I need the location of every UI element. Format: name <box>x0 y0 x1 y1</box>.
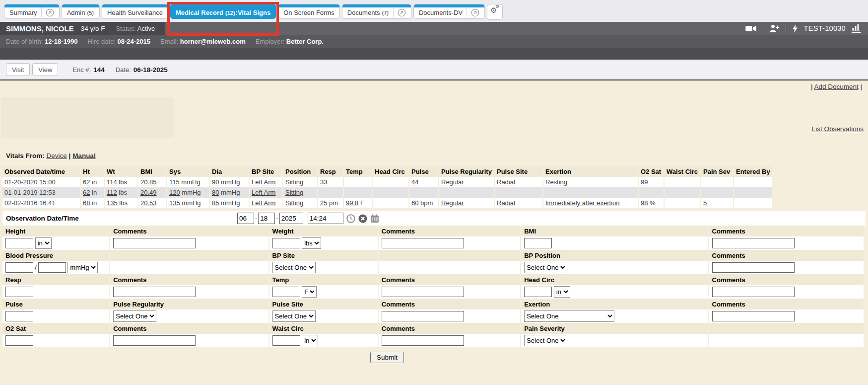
bmi-comments-input[interactable] <box>712 238 795 248</box>
bp-diastolic-input[interactable] <box>38 262 66 273</box>
vital-value-link[interactable]: 20.49 <box>140 189 157 196</box>
bmi-input[interactable] <box>524 238 552 248</box>
tab-documents-dv[interactable]: Documents-DV <box>413 4 485 19</box>
vital-value-link[interactable]: Radial <box>497 199 515 207</box>
bp-systolic-input[interactable] <box>5 262 33 273</box>
vital-value-link[interactable]: Regular <box>441 178 464 186</box>
tab-medical-record-vital-signs[interactable]: Medical Record (12) :Vital Signs <box>170 4 276 19</box>
vital-value-link[interactable]: Left Arm <box>252 189 275 196</box>
clear-date-icon[interactable] <box>358 214 367 223</box>
resp-input[interactable] <box>5 287 33 297</box>
add-document-link[interactable]: Add Document <box>814 83 858 90</box>
vital-value-link[interactable]: 99 <box>641 178 648 186</box>
visit-button[interactable]: Visit <box>6 63 30 76</box>
tab-on-screen-forms[interactable]: On Screen Forms <box>278 4 340 19</box>
vital-value-link[interactable]: 68 <box>83 199 90 207</box>
pain-severity-select[interactable]: Select One <box>524 335 567 346</box>
tab-documents[interactable]: Documents (7) <box>342 4 411 19</box>
vital-value-link[interactable]: 120 <box>169 189 180 196</box>
exertion-select[interactable]: Select One <box>524 310 614 322</box>
vital-value-link[interactable]: 62 <box>83 189 90 196</box>
waist-circ-unit-select[interactable]: in <box>302 335 318 346</box>
vital-value-link[interactable]: Radial <box>497 178 515 186</box>
calendar-icon[interactable] <box>370 214 379 223</box>
vital-value-link[interactable]: 135 <box>169 199 180 207</box>
temp-comments-input[interactable] <box>382 287 464 297</box>
waist-circ-input[interactable] <box>272 335 300 346</box>
video-camera-icon[interactable] <box>745 25 757 32</box>
pulse-input[interactable] <box>5 311 33 321</box>
submit-button[interactable]: Submit <box>370 352 404 363</box>
list-observations-link[interactable]: List Observations <box>812 125 864 133</box>
height-comments-input[interactable] <box>113 238 196 248</box>
vital-value-link[interactable]: 25 <box>320 199 327 207</box>
weight-input[interactable] <box>272 238 300 248</box>
pulse-site-select[interactable]: Select One <box>272 310 316 322</box>
view-button[interactable]: View <box>32 63 58 76</box>
weight-unit-select[interactable]: lbs <box>302 237 321 249</box>
bp-site-select[interactable]: Select One <box>272 262 316 273</box>
vital-value-link[interactable]: Left Arm <box>252 178 275 186</box>
clock-icon[interactable] <box>346 214 355 223</box>
head-circ-comments-input[interactable] <box>712 287 795 297</box>
tab-admin[interactable]: Admin (5) <box>62 4 100 19</box>
weight-comments-input[interactable] <box>382 238 464 248</box>
person-add-icon[interactable] <box>769 24 780 32</box>
bp-unit-select[interactable]: mmHg <box>67 262 98 273</box>
obs-year-input[interactable] <box>279 213 303 224</box>
vital-value-link[interactable]: 20.53 <box>140 199 157 207</box>
vital-value-link[interactable]: 5 <box>703 199 707 207</box>
waist-circ-comments-input[interactable] <box>382 335 464 346</box>
temp-unit-select[interactable]: F <box>302 286 317 298</box>
vital-value-link[interactable]: 20.85 <box>140 178 157 186</box>
vital-value-link[interactable]: Sitting <box>285 199 303 207</box>
vital-value-link[interactable]: 33 <box>320 178 327 186</box>
vital-value-link[interactable]: 98 <box>641 199 648 207</box>
vital-value-link[interactable]: 85 <box>212 199 219 207</box>
vital-value-link[interactable]: 114 <box>107 178 117 186</box>
pulse-comments-input[interactable] <box>382 311 464 321</box>
obs-time-input[interactable] <box>308 213 343 224</box>
resp-comments-input[interactable] <box>113 287 196 297</box>
lightning-bolt-icon[interactable] <box>792 24 798 33</box>
bar-chart-icon[interactable] <box>852 24 861 33</box>
height-input[interactable] <box>5 238 33 248</box>
popout-icon[interactable] <box>393 7 406 17</box>
vital-value-link[interactable]: 115 <box>169 178 180 186</box>
tab-health-surveillance[interactable]: Health Surveillance <box>102 4 168 19</box>
o2-sat-input[interactable] <box>5 335 33 346</box>
obs-day-input[interactable] <box>258 213 275 224</box>
vital-value-link[interactable]: Immediately after exertion <box>545 199 620 207</box>
head-circ-input[interactable] <box>524 287 552 297</box>
table-cell <box>373 177 408 187</box>
pulse-regularity-select[interactable]: Select One <box>113 310 156 322</box>
vital-value-link[interactable]: Left Arm <box>252 199 275 207</box>
vitals-from-manual-link[interactable]: Manual <box>72 152 96 159</box>
popout-icon[interactable] <box>467 7 479 17</box>
vital-value-link[interactable]: Resting <box>545 178 567 186</box>
vitals-from-device-link[interactable]: Device <box>47 152 67 159</box>
vital-value-link[interactable]: 135 <box>107 199 118 207</box>
settings-gear-button[interactable]: ⚙ ⚙ <box>487 4 503 20</box>
popout-icon[interactable] <box>41 7 54 17</box>
vital-value-link[interactable]: 62 <box>83 178 90 186</box>
obs-month-input[interactable] <box>237 213 254 224</box>
vital-value-link[interactable]: 112 <box>107 189 117 196</box>
vital-value-link[interactable]: 44 <box>411 178 418 186</box>
vital-value-link[interactable]: 60 <box>411 199 418 207</box>
height-unit-select[interactable]: in <box>35 237 52 249</box>
vital-value-link[interactable]: Regular <box>441 199 464 207</box>
vital-value-link[interactable]: Sitting <box>285 189 303 196</box>
bp-position-select[interactable]: Select One <box>524 262 567 273</box>
table-cell: 99.8 F <box>344 198 372 208</box>
temp-input[interactable] <box>272 287 300 297</box>
vital-value-link[interactable]: 80 <box>212 189 219 196</box>
o2-sat-comments-input[interactable] <box>113 335 196 346</box>
vital-value-link[interactable]: 90 <box>212 178 219 186</box>
bp-comments-input[interactable] <box>712 262 795 273</box>
head-circ-unit-select[interactable]: in <box>554 286 570 298</box>
exertion-comments-input[interactable] <box>712 311 795 321</box>
vital-value-link[interactable]: Sitting <box>285 178 303 186</box>
tab-summary[interactable]: Summary <box>4 4 60 19</box>
vital-value-link[interactable]: 99.8 <box>346 199 358 207</box>
